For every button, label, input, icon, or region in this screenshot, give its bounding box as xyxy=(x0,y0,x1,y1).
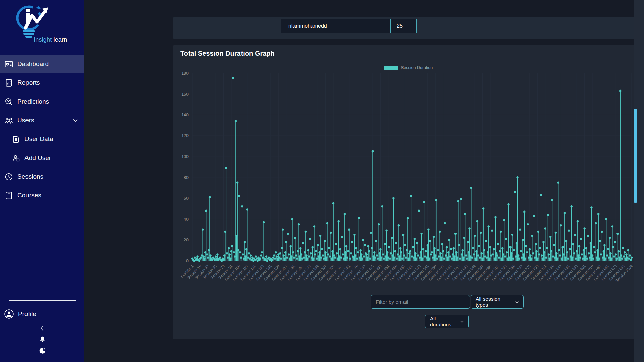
collapse-chevron-icon[interactable] xyxy=(38,324,46,333)
users-icon xyxy=(4,116,13,125)
svg-text:100: 100 xyxy=(181,154,189,159)
dashboard-icon xyxy=(4,60,13,69)
chevron-down-icon xyxy=(460,319,464,324)
sidebar-item-predictions[interactable]: Predictions xyxy=(0,92,84,111)
predictions-icon xyxy=(4,97,13,106)
dark-mode-moon-icon[interactable] xyxy=(38,347,46,355)
profile-label: Profile xyxy=(18,310,36,318)
y-grid: 020406080100120140160180 xyxy=(181,71,632,263)
session-type-select[interactable]: All session types xyxy=(471,295,524,309)
filter-email-input[interactable] xyxy=(371,295,470,309)
chart-title: Total Session Duration Graph xyxy=(180,50,275,57)
sidebar: Insightlearn Dashboard Reports xyxy=(0,0,84,362)
sidebar-item-sessions[interactable]: Sessions xyxy=(0,167,84,186)
user-data-icon xyxy=(12,135,20,143)
app-root: { "sidebar": { "logo": { "brand_primary"… xyxy=(0,0,644,362)
sessions-icon xyxy=(4,172,13,181)
sidebar-item-label: Reports xyxy=(17,79,40,86)
session-type-value: All session types xyxy=(476,296,511,308)
chart-plot-area: 020406080100120140160180Session 1Session… xyxy=(173,69,644,301)
sidebar-item-label: Dashboard xyxy=(17,60,49,68)
main-content: Total Session Duration Graph Session Dur… xyxy=(84,0,644,362)
sidebar-item-label: Courses xyxy=(17,192,41,199)
sidebar-bottom-icons xyxy=(0,324,84,358)
brand-secondary: learn xyxy=(53,36,67,43)
app-logo: Insightlearn xyxy=(0,0,84,50)
duration-value: All durations xyxy=(430,316,456,328)
scrollbar-thumb[interactable] xyxy=(634,109,637,203)
brand-primary: Insight xyxy=(34,36,52,43)
profile-avatar-icon xyxy=(4,309,14,319)
sidebar-item-label: Add User xyxy=(24,154,51,162)
sidebar-item-user-data[interactable]: User Data xyxy=(0,130,84,148)
sidebar-item-label: Sessions xyxy=(17,173,43,180)
sidebar-item-dashboard[interactable]: Dashboard xyxy=(0,55,84,73)
svg-text:20: 20 xyxy=(184,238,189,242)
sidebar-item-label: Predictions xyxy=(17,98,49,105)
svg-text:60: 60 xyxy=(184,196,189,201)
brand-name: Insightlearn xyxy=(34,36,67,43)
svg-text:120: 120 xyxy=(181,133,189,138)
username-cell-input[interactable] xyxy=(281,19,391,33)
sidebar-divider xyxy=(9,300,76,301)
sidebar-item-add-user[interactable]: Add User xyxy=(0,148,84,167)
chevron-down-icon xyxy=(515,300,519,304)
sidebar-item-profile[interactable]: Profile xyxy=(0,306,84,322)
sidebar-item-label: Users xyxy=(17,117,34,124)
session-duration-chart: 020406080100120140160180Session 1Session… xyxy=(173,69,644,301)
sidebar-item-courses[interactable]: Courses xyxy=(0,186,84,205)
sidebar-nav: Dashboard Reports Predictions xyxy=(0,55,84,205)
duration-select[interactable]: All durations xyxy=(425,315,469,328)
add-user-icon xyxy=(12,154,20,162)
session-duration-card: Total Session Duration Graph Session Dur… xyxy=(173,45,644,339)
svg-text:160: 160 xyxy=(181,92,189,97)
svg-text:40: 40 xyxy=(184,217,189,222)
count-cell-input[interactable] xyxy=(390,19,417,33)
sidebar-item-label: User Data xyxy=(24,135,53,143)
svg-text:180: 180 xyxy=(181,71,189,76)
chevron-down-icon[interactable] xyxy=(72,117,79,124)
svg-text:140: 140 xyxy=(181,113,189,117)
sidebar-item-reports[interactable]: Reports xyxy=(0,73,84,92)
svg-text:80: 80 xyxy=(184,175,189,180)
reports-icon xyxy=(4,78,13,87)
svg-text:0: 0 xyxy=(186,259,189,263)
courses-icon xyxy=(4,191,13,200)
sidebar-item-users[interactable]: Users xyxy=(0,111,84,130)
bell-icon[interactable] xyxy=(38,336,46,344)
